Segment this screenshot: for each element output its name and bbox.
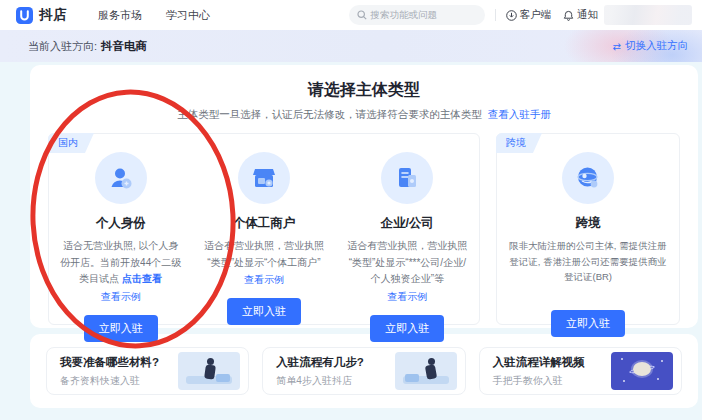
info-card-title: 我要准备哪些材料? xyxy=(60,355,159,370)
cross-border-group: 跨境 跨境 限非大陆注册的公司主体, 需提供注册登记证, 香港注册公司还需要提供… xyxy=(496,133,680,325)
enter-now-button-cross-border[interactable]: 立即入驻 xyxy=(551,310,625,337)
info-card-process-steps[interactable]: 入驻流程有几步? 简单4步入驻抖店 xyxy=(262,347,465,395)
app-logo[interactable]: 抖店 xyxy=(16,6,68,24)
domestic-group: 国内 个人身份 适合无营业执照, 以个人身份开店。当前开放44个二级类目试点 点… xyxy=(48,133,480,325)
info-card-text: 入驻流程详解视频 手把手教你入驻 xyxy=(493,355,585,388)
subtitle-text: 主体类型一旦选择，认证后无法修改，请选择符合要求的主体类型 xyxy=(177,108,482,120)
top-header: 抖店 服务市场 学习中心 搜索功能或问题 客户端 xyxy=(0,0,702,30)
download-client-icon xyxy=(506,10,517,21)
entry-direction-value: 抖音电商 xyxy=(101,39,147,54)
card-description: 适合有营业执照，营业执照“类型”处显示“个体工商户” xyxy=(202,238,325,271)
card-cross-border: 跨境 限非大陆注册的公司主体, 需提供注册登记证, 香港注册公司还需要提供商业登… xyxy=(497,134,679,337)
app-name: 抖店 xyxy=(39,6,68,24)
entry-direction-bar: 当前入驻方向: 抖音电商 ⇄ 切换入驻方向 xyxy=(0,30,702,62)
search-input[interactable]: 搜索功能或问题 xyxy=(349,5,485,25)
enter-now-button-enterprise[interactable]: 立即入驻 xyxy=(370,315,444,342)
card-title: 个人身份 xyxy=(96,215,146,232)
view-example-link[interactable]: 查看示例 xyxy=(387,290,427,304)
info-card-subtitle: 简单4步入驻抖店 xyxy=(276,374,364,388)
info-card-subtitle: 手把手教你入驻 xyxy=(493,374,585,388)
entry-direction-label: 当前入驻方向: xyxy=(28,39,97,54)
info-card-title: 入驻流程详解视频 xyxy=(493,355,585,370)
card-title: 个体工商户 xyxy=(233,215,296,232)
bell-icon xyxy=(563,10,574,21)
card-title: 跨境 xyxy=(576,215,601,232)
person-icon xyxy=(95,152,147,204)
enter-now-button-individual[interactable]: 立即入驻 xyxy=(227,298,301,325)
entry-manual-link[interactable]: 查看入驻手册 xyxy=(488,108,551,120)
switch-entry-direction-label: 切换入驻方向 xyxy=(625,39,688,53)
entity-groups: 国内 个人身份 适合无营业执照, 以个人身份开店。当前开放44个二级类目试点 点… xyxy=(48,133,680,325)
globe-icon xyxy=(562,152,614,204)
person-steps-illustration xyxy=(395,352,457,390)
doudian-logo-icon xyxy=(16,7,33,24)
help-panel: 我要准备哪些材料? 备齐资料快速入驻 入驻流程有几步? 简单4步入驻抖店 入驻流… xyxy=(30,334,698,408)
card-description: 适合无营业执照, 以个人身份开店。当前开放44个二级类目试点 点击查看 xyxy=(59,238,182,288)
info-card-subtitle: 备齐资料快速入驻 xyxy=(60,374,159,388)
blurred-account-info xyxy=(604,5,692,25)
view-example-link[interactable]: 查看示例 xyxy=(101,290,141,304)
company-icon xyxy=(381,152,433,204)
info-card-text: 我要准备哪些材料? 备齐资料快速入驻 xyxy=(60,355,159,388)
card-desc-text: 适合无营业执照, 以个人身份开店。当前开放44个二级类目试点 xyxy=(60,240,181,284)
card-description: 适合有营业执照，营业执照“类型”处显示“***公司/企业/个人独资企业”等 xyxy=(346,238,469,288)
video-thumbnail[interactable] xyxy=(611,352,673,390)
click-to-view-link[interactable]: 点击查看 xyxy=(122,273,162,284)
card-title: 企业/公司 xyxy=(381,215,434,232)
page-title: 请选择主体类型 xyxy=(48,80,680,101)
search-icon xyxy=(357,10,367,20)
nav-item-learning-center[interactable]: 学习中心 xyxy=(166,8,210,23)
page-subtitle: 主体类型一旦选择，认证后无法修改，请选择符合要求的主体类型查看入驻手册 xyxy=(48,108,680,122)
client-label: 客户端 xyxy=(520,8,552,22)
switch-arrows-icon: ⇄ xyxy=(613,41,621,52)
header-nav: 服务市场 学习中心 xyxy=(98,8,210,23)
enter-now-button-personal[interactable]: 立即入驻 xyxy=(84,315,158,342)
nav-item-service-market[interactable]: 服务市场 xyxy=(98,8,142,23)
storefront-icon xyxy=(238,152,290,204)
info-card-video-tutorial[interactable]: 入驻流程详解视频 手把手教你入驻 xyxy=(479,347,682,395)
card-enterprise-company: 企业/公司 适合有营业执照，营业执照“类型”处显示“***公司/企业/个人独资企… xyxy=(336,134,479,324)
switch-entry-direction-link[interactable]: ⇄ 切换入驻方向 xyxy=(613,39,688,53)
card-individual-business: 个体工商户 适合有营业执照，营业执照“类型”处显示“个体工商户” 查看示例 立即… xyxy=(192,134,335,324)
person-documents-illustration xyxy=(178,352,240,390)
info-card-title: 入驻流程有几步? xyxy=(276,355,364,370)
card-description: 限非大陆注册的公司主体, 需提供注册登记证, 香港注册公司还需要提供商业登记证(… xyxy=(507,238,669,285)
client-download-button[interactable]: 客户端 xyxy=(506,8,552,22)
notification-label: 通知 xyxy=(577,8,598,22)
search-placeholder: 搜索功能或问题 xyxy=(371,9,438,22)
notification-button[interactable]: 通知 xyxy=(563,8,598,22)
info-card-materials[interactable]: 我要准备哪些材料? 备齐资料快速入驻 xyxy=(46,347,249,395)
info-card-text: 入驻流程有几步? 简单4步入驻抖店 xyxy=(276,355,364,388)
view-example-link[interactable]: 查看示例 xyxy=(244,273,284,287)
header-divider xyxy=(495,9,496,21)
card-personal-identity: 个人身份 适合无营业执照, 以个人身份开店。当前开放44个二级类目试点 点击查看… xyxy=(49,134,192,324)
entity-type-panel: 请选择主体类型 主体类型一旦选择，认证后无法修改，请选择符合要求的主体类型查看入… xyxy=(30,65,698,328)
